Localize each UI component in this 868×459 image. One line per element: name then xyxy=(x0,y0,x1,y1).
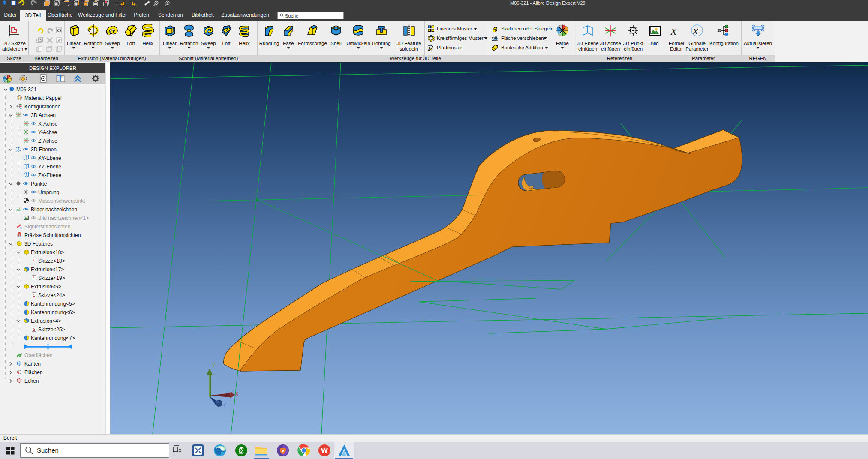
svg-text:Suchen: Suchen xyxy=(37,447,59,454)
svg-text:Z: Z xyxy=(223,402,226,407)
svg-text:Y: Y xyxy=(212,363,216,368)
svg-text:X: X xyxy=(235,391,239,396)
